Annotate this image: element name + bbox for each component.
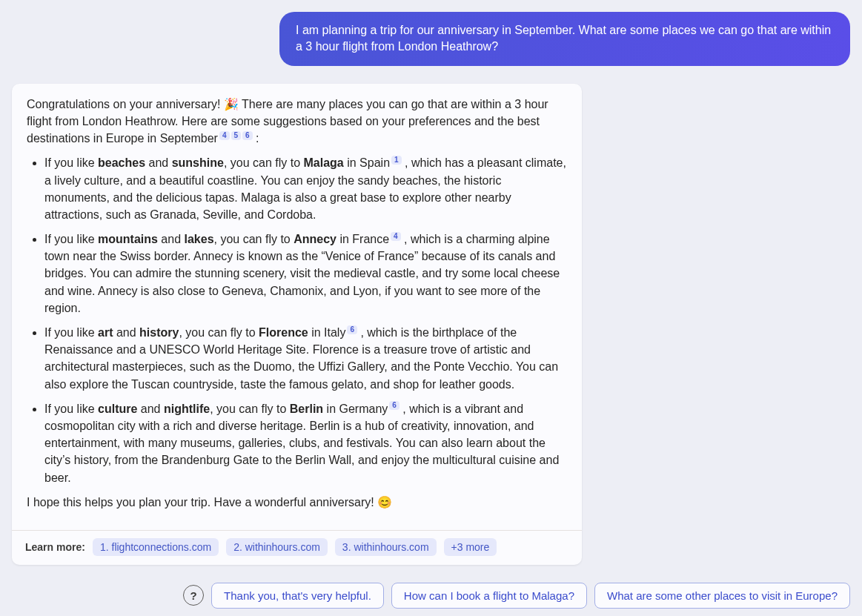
suggestions-row: ? Thank you, that's very helpful. How ca… [12,583,850,609]
citation-6c[interactable]: 6 [389,401,399,410]
assistant-outro: I hope this helps you plan your trip. Ha… [27,494,567,511]
help-icon[interactable]: ? [183,585,204,606]
citation-1[interactable]: 1 [391,156,402,165]
learn-more-label: Learn more: [25,541,85,553]
citation-4b[interactable]: 4 [391,232,401,241]
list-item: If you like art and history, you can fly… [44,324,567,393]
list-item: If you like culture and nightlife, you c… [44,400,567,486]
assistant-intro: Congratulations on your anniversary! 🎉 T… [27,96,567,148]
assistant-body: Congratulations on your anniversary! 🎉 T… [12,84,582,530]
learn-more-chip-1[interactable]: 1. flightconnections.com [93,538,219,556]
list-item: If you like mountains and lakes, you can… [44,231,567,317]
citation-5[interactable]: 5 [231,131,242,140]
assistant-message: Congratulations on your anniversary! 🎉 T… [12,84,582,565]
citation-4[interactable]: 4 [219,131,230,140]
suggestion-chip-1[interactable]: Thank you, that's very helpful. [211,583,384,609]
intro-text: Congratulations on your anniversary! 🎉 T… [27,98,548,145]
intro-colon: : [253,132,259,145]
assistant-bullet-list: If you like beaches and sunshine, you ca… [27,154,567,486]
learn-more-chip-more[interactable]: +3 more [444,538,497,556]
suggestion-chip-3[interactable]: What are some other places to visit in E… [594,583,850,609]
user-message: I am planning a trip for our anniversary… [279,12,850,66]
citation-6b[interactable]: 6 [347,325,357,334]
user-message-text: I am planning a trip for our anniversary… [296,24,831,53]
learn-more-chip-2[interactable]: 2. withinhours.com [226,538,328,556]
list-item: If you like beaches and sunshine, you ca… [44,154,567,223]
learn-more-chip-3[interactable]: 3. withinhours.com [335,538,437,556]
learn-more-bar: Learn more: 1. flightconnections.com 2. … [12,530,582,565]
suggestion-chip-2[interactable]: How can I book a flight to Malaga? [391,583,587,609]
citation-6[interactable]: 6 [242,131,253,140]
